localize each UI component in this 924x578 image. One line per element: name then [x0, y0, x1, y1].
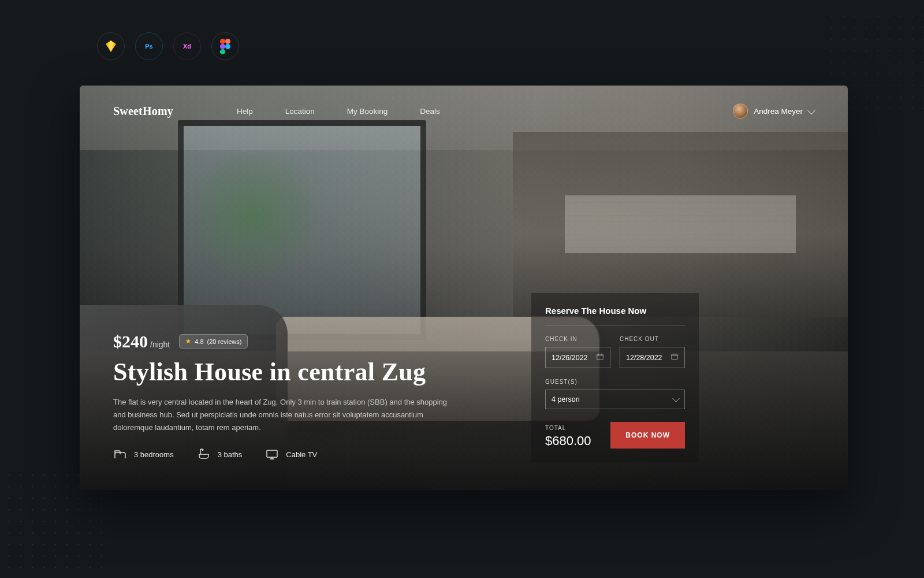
reserve-heading: Reserve The House Now [545, 306, 685, 316]
listing-details: $240/night ★ 4.8 (20 reviews) Stylish Ho… [113, 332, 494, 462]
design-tool-row: Ps Xd [97, 32, 239, 60]
photoshop-icon: Ps [135, 32, 163, 60]
divider [545, 325, 685, 325]
total-label: TOTAL [545, 425, 591, 431]
calendar-icon [670, 353, 679, 362]
reserve-card: Reserve The House Now CHECK IN 12/26/202… [531, 293, 699, 462]
chevron-down-icon [807, 106, 815, 114]
star-icon: ★ [185, 338, 191, 345]
sketch-icon [97, 32, 125, 60]
check-in-input[interactable]: 12/26/2022 [545, 347, 610, 368]
user-name: Andrea Meyer [754, 107, 803, 116]
brand-logo[interactable]: SweetHomy [113, 105, 173, 118]
amenity-tv-label: Cable TV [286, 450, 317, 459]
bath-icon [197, 447, 211, 462]
listing-title: Stylish House in central Zug [113, 357, 494, 387]
amenity-bedrooms-label: 3 bedrooms [134, 450, 174, 459]
svg-rect-3 [597, 354, 603, 360]
tv-icon [265, 447, 279, 462]
check-out-input[interactable]: 12/28/2022 [620, 347, 685, 368]
nav-link-my-booking[interactable]: My Booking [347, 107, 388, 116]
guests-select[interactable]: 4 person [545, 390, 685, 409]
figma-icon [211, 32, 239, 60]
amenity-bedrooms: 3 bedrooms [113, 447, 174, 462]
nav-link-help[interactable]: Help [237, 107, 253, 116]
amenity-tv: Cable TV [265, 447, 317, 462]
hero-card: SweetHomy Help Location My Booking Deals… [80, 86, 848, 490]
check-out-value: 12/28/2022 [626, 354, 662, 362]
top-nav: SweetHomy Help Location My Booking Deals… [80, 86, 848, 123]
listing-price: $240/night [113, 332, 170, 351]
rating-value: 4.8 [195, 338, 203, 345]
adobe-xd-icon: Xd [173, 32, 201, 60]
guests-label: GUEST(S) [545, 379, 685, 385]
nav-links: Help Location My Booking Deals [237, 107, 440, 116]
chevron-down-icon [672, 395, 680, 402]
listing-description: The flat is very central located in the … [113, 396, 454, 434]
total-value: $680.00 [545, 433, 591, 449]
check-out-label: CHECK OUT [620, 336, 685, 342]
nav-link-location[interactable]: Location [285, 107, 315, 116]
svg-rect-2 [267, 450, 277, 457]
check-in-value: 12/26/2022 [552, 354, 588, 362]
avatar [733, 103, 748, 118]
amenity-baths: 3 baths [197, 447, 243, 462]
amenity-baths-label: 3 baths [218, 450, 243, 459]
guests-value: 4 person [552, 395, 580, 403]
book-now-button[interactable]: BOOK NOW [610, 422, 685, 449]
rating-pill[interactable]: ★ 4.8 (20 reviews) [179, 334, 248, 349]
check-in-label: CHECK IN [545, 336, 610, 342]
nav-link-deals[interactable]: Deals [420, 107, 440, 116]
svg-rect-4 [672, 354, 678, 360]
rating-count: (20 reviews) [207, 338, 242, 345]
calendar-icon [596, 353, 604, 362]
amenities-row: 3 bedrooms 3 baths Cable TV [113, 447, 494, 462]
user-menu[interactable]: Andrea Meyer [733, 103, 814, 118]
bed-icon [113, 447, 127, 462]
